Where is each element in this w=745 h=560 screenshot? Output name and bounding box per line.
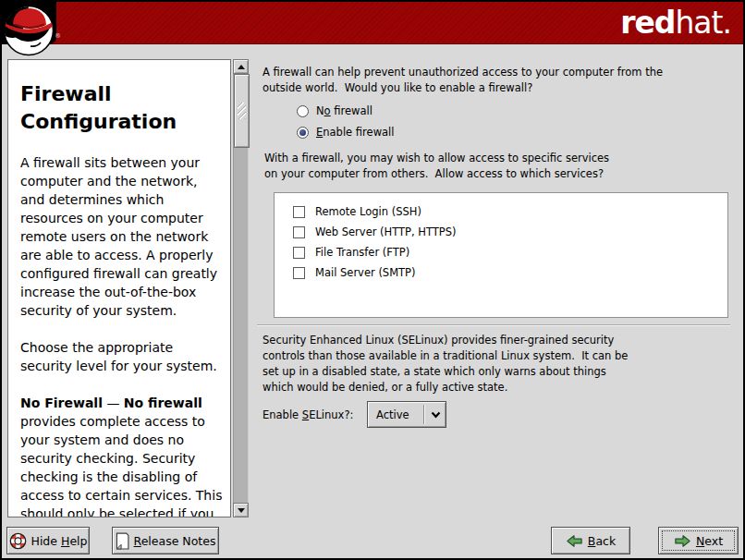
mnemonic: o: [324, 104, 331, 117]
arrow-up-icon: [238, 65, 245, 69]
intro-line-2: outside world. Would you like to enable …: [263, 80, 738, 96]
services-intro-line-1: With a firewall, you may wish to allow a…: [264, 151, 739, 166]
radio-icon-selected[interactable]: [297, 127, 309, 139]
label-part: Hide: [31, 534, 61, 548]
thumb-grip: [238, 103, 246, 119]
shadowman-icon: [2, 2, 59, 57]
arrow-down-icon: [238, 508, 245, 513]
service-row-remote-login[interactable]: Remote Login (SSH): [293, 201, 727, 222]
label-part: elp: [69, 534, 87, 548]
chevron-down-icon: [425, 411, 446, 419]
lifebuoy-icon: [9, 532, 27, 550]
help-paragraph-2: Choose the appropriate security level fo…: [20, 338, 225, 375]
help-scrollbar[interactable]: [233, 59, 249, 517]
selinux-dropdown[interactable]: Active: [367, 401, 446, 428]
selinux-label: Enable SELinux?:: [263, 408, 353, 421]
no-firewall-term-2: No firewall: [124, 396, 202, 410]
label-part: nable firewall: [323, 126, 394, 139]
hide-help-label: Hide Help: [31, 534, 88, 548]
mnemonic: H: [61, 534, 69, 548]
service-row-web-server[interactable]: Web Server (HTTP, HTTPS): [293, 222, 727, 242]
help-paragraph-3: No Firewall — No firewall provides compl…: [20, 394, 225, 517]
services-intro-text: With a firewall, you may wish to allow a…: [264, 151, 739, 182]
no-firewall-term: No Firewall: [20, 396, 103, 410]
scrollbar-thumb[interactable]: [234, 74, 250, 148]
service-label: Remote Login (SSH): [315, 205, 421, 218]
label-part: N: [316, 104, 324, 117]
brand-red: red: [620, 5, 675, 41]
label-part: Enable: [263, 408, 302, 421]
hide-help-button[interactable]: Hide Help: [6, 527, 90, 554]
installer-window: ® redhat. Firewall Configuration A firew…: [0, 0, 745, 560]
selinux-description: Security Enhanced Linux (SELinux) provid…: [263, 333, 738, 396]
label-part: elease Notes: [141, 534, 216, 548]
em-dash: —: [103, 396, 124, 410]
selinux-dropdown-value: Active: [368, 408, 423, 421]
services-intro-line-2: on your computer from others. Allow acce…: [264, 166, 739, 182]
checkbox-icon[interactable]: [293, 267, 305, 279]
next-label: Next: [696, 534, 723, 548]
redhat-logo: [2, 2, 61, 57]
release-notes-label: Release Notes: [134, 534, 216, 548]
brand-hat: hat: [675, 5, 722, 41]
intro-line-1: A firewall can help prevent unauthorized…: [263, 65, 738, 80]
next-button[interactable]: Next: [658, 527, 739, 554]
service-label: File Transfer (FTP): [315, 246, 409, 259]
radio-enable-firewall-label: Enable firewall: [316, 126, 394, 139]
next-arrow-icon: [674, 534, 691, 548]
document-icon: [116, 532, 129, 550]
scroll-down-button[interactable]: [233, 503, 249, 517]
help-paragraph-3-text: provides complete access to your system …: [20, 414, 222, 517]
checkbox-icon[interactable]: [293, 226, 305, 238]
brand-wordmark: redhat.: [620, 4, 731, 43]
radio-enable-firewall[interactable]: Enable firewall: [297, 123, 394, 141]
scroll-up-button[interactable]: [233, 59, 249, 74]
radio-no-firewall-label: No firewall: [316, 104, 372, 117]
service-label: Mail Server (SMTP): [315, 266, 416, 279]
scrollbar-trough[interactable]: [233, 74, 249, 503]
radio-icon[interactable]: [297, 105, 309, 117]
service-row-file-transfer[interactable]: File Transfer (FTP): [293, 242, 727, 262]
checkbox-icon[interactable]: [293, 206, 305, 218]
brand-dot: .: [723, 5, 732, 41]
registered-trademark: ®: [55, 32, 61, 40]
selinux-row: Enable SELinux?:: [263, 401, 364, 428]
checkbox-icon[interactable]: [293, 247, 305, 259]
release-notes-button[interactable]: Release Notes: [112, 527, 219, 554]
selinux-desc-line-2: controls than those available in a tradi…: [263, 348, 738, 364]
radio-no-firewall[interactable]: No firewall: [297, 102, 372, 120]
mnemonic: R: [134, 534, 141, 548]
mnemonic: N: [696, 534, 704, 548]
help-panel: Firewall Configuration A firewall sits b…: [7, 59, 231, 517]
help-title: Firewall Configuration: [20, 80, 225, 136]
back-label: Back: [588, 534, 616, 548]
label-part: ack: [595, 534, 616, 548]
selinux-desc-line-3: set up in a disabled state, a state whic…: [263, 364, 738, 380]
back-button[interactable]: Back: [551, 527, 630, 554]
label-part: ext: [704, 534, 723, 548]
firewall-intro-text: A firewall can help prevent unauthorized…: [263, 65, 738, 96]
help-paragraph-1: A firewall sits between your computer an…: [20, 153, 225, 320]
selinux-desc-line-1: Security Enhanced Linux (SELinux) provid…: [263, 333, 738, 348]
selinux-desc-line-4: which would be denied, or a fully active…: [263, 380, 738, 396]
label-part: firewall: [331, 104, 372, 117]
service-label: Web Server (HTTP, HTTPS): [315, 225, 457, 238]
label-part: ELinux?:: [309, 408, 353, 421]
service-row-mail-server[interactable]: Mail Server (SMTP): [293, 262, 727, 283]
horizontal-separator: [257, 324, 730, 326]
services-box: Remote Login (SSH) Web Server (HTTP, HTT…: [274, 192, 728, 318]
back-arrow-icon: [566, 534, 583, 548]
